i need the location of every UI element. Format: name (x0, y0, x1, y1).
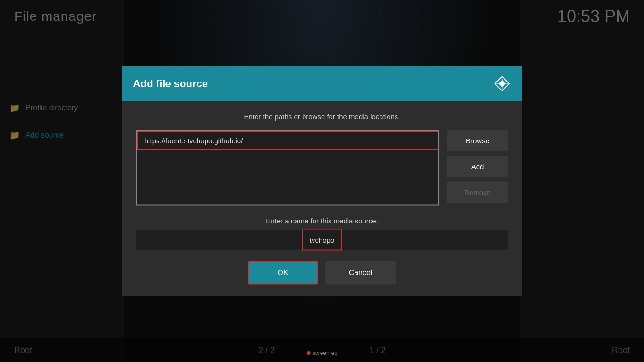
dialog-actions: OK Cancel (136, 261, 508, 285)
remove-button[interactable]: Remove (447, 182, 508, 203)
ok-button[interactable]: OK (248, 261, 318, 285)
path-item[interactable]: https://fuente-tvchopo.github.io/ (137, 131, 438, 150)
add-button[interactable]: Add (447, 156, 508, 177)
name-section: Enter a name for this media source. tvch… (136, 217, 508, 250)
dialog-subtitle: Enter the paths or browse for the media … (136, 113, 508, 121)
dialog-title: Add file source (133, 78, 208, 90)
paths-section: https://fuente-tvchopo.github.io/ Browse… (136, 130, 508, 206)
dialog-body: Enter the paths or browse for the media … (122, 101, 522, 296)
paths-list: https://fuente-tvchopo.github.io/ (136, 130, 439, 206)
screenrec-badge: screenrec (307, 350, 338, 356)
path-empty-area (137, 150, 438, 202)
name-value-highlighted: tvchopo (302, 230, 342, 251)
screenrec-label: screenrec (313, 350, 338, 356)
browse-button[interactable]: Browse (447, 130, 508, 151)
kodi-logo-icon (493, 75, 511, 93)
name-subtitle: Enter a name for this media source. (136, 217, 508, 225)
add-file-source-dialog: Add file source Enter the paths or brows… (122, 66, 522, 296)
cancel-button[interactable]: Cancel (325, 261, 396, 285)
dialog-header: Add file source (122, 66, 522, 101)
screenrec-dot (307, 351, 311, 355)
name-input-container: tvchopo (136, 230, 508, 250)
paths-buttons: Browse Add Remove (447, 130, 508, 206)
